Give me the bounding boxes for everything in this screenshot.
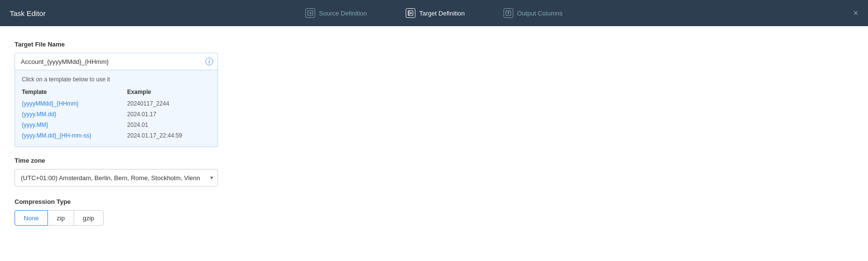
timezone-select-wrapper: (UTC+01:00) Amsterdam, Berlin, Bern, Rom… <box>15 169 218 186</box>
template-link[interactable]: {yyyy.MM.dd}_{HH-mm-ss} <box>22 132 91 139</box>
template-row: {yyyy.MM}2024.01 <box>22 120 211 130</box>
template-example: 2024.01 <box>127 120 211 130</box>
target-definition-icon <box>406 8 416 18</box>
template-example: 20240117_2244 <box>127 98 211 109</box>
template-link[interactable]: {yyyyMMdd}_{HHmm} <box>22 100 78 107</box>
example-col-header: Example <box>127 88 211 98</box>
template-table: Template Example {yyyyMMdd}_{HHmm}202401… <box>22 88 211 141</box>
template-row: {yyyyMMdd}_{HHmm}20240117_2244 <box>22 98 211 109</box>
main-content: Target File Name i Click on a template b… <box>0 26 868 261</box>
nav-target-definition[interactable]: Target Definition <box>401 5 470 21</box>
file-name-input[interactable] <box>15 53 218 70</box>
file-name-input-wrapper: i <box>15 53 218 70</box>
header: Task Editor Source Definition <box>0 0 868 26</box>
file-name-label: Target File Name <box>15 41 853 48</box>
template-col-header: Template <box>22 88 127 98</box>
source-definition-icon <box>306 8 315 18</box>
app-container: Task Editor Source Definition <box>0 0 868 261</box>
source-definition-label: Source Definition <box>319 10 367 17</box>
info-icon[interactable]: i <box>205 58 213 65</box>
template-example: 2024.01.17 <box>127 109 211 120</box>
compression-button-group: Nonezipgzip <box>15 210 853 226</box>
template-row: {yyyy.MM.dd}_{HH-mm-ss}2024.01.17_22:44:… <box>22 130 211 141</box>
timezone-label: Time zone <box>15 157 853 164</box>
compression-section: Compression Type Nonezipgzip <box>15 198 853 226</box>
compression-btn-zip[interactable]: zip <box>47 210 74 226</box>
template-dropdown: Click on a template below to use it Temp… <box>15 70 218 147</box>
compression-btn-none[interactable]: None <box>15 210 48 226</box>
target-definition-label: Target Definition <box>419 10 465 17</box>
timezone-section: Time zone (UTC+01:00) Amsterdam, Berlin,… <box>15 157 853 186</box>
template-row: {yyyy.MM.dd}2024.01.17 <box>22 109 211 120</box>
output-columns-label: Output Columns <box>517 10 563 17</box>
nav-source-definition[interactable]: Source Definition <box>301 5 372 21</box>
template-example: 2024.01.17_22:44:59 <box>127 130 211 141</box>
template-link[interactable]: {yyyy.MM.dd} <box>22 111 56 118</box>
output-columns-icon <box>504 8 513 18</box>
nav-output-columns[interactable]: Output Columns <box>499 5 568 21</box>
file-name-section: Target File Name i Click on a template b… <box>15 41 853 147</box>
timezone-select[interactable]: (UTC+01:00) Amsterdam, Berlin, Bern, Rom… <box>15 169 218 186</box>
compression-label: Compression Type <box>15 198 853 205</box>
header-nav: Source Definition Target Definition <box>301 5 568 21</box>
close-button[interactable]: × <box>853 9 858 17</box>
app-title: Task Editor <box>10 9 46 17</box>
compression-btn-gzip[interactable]: gzip <box>74 210 104 226</box>
template-link[interactable]: {yyyy.MM} <box>22 122 48 128</box>
template-hint: Click on a template below to use it <box>22 76 211 83</box>
